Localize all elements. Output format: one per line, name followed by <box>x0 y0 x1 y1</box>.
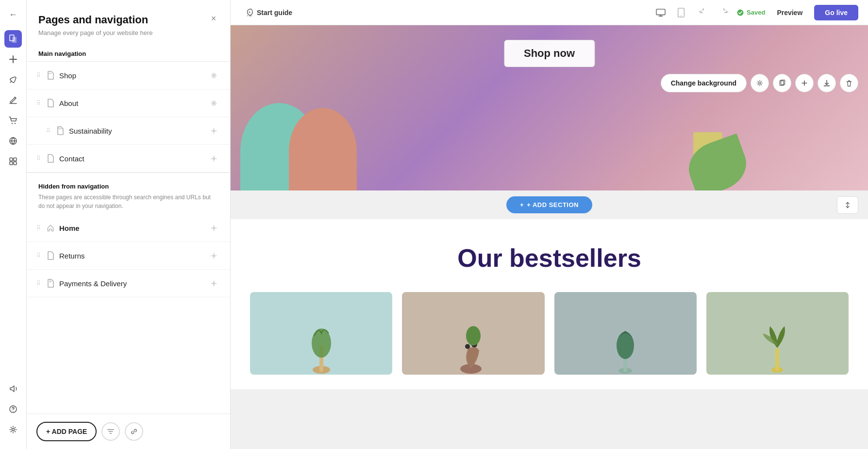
main-nav-label: Main navigation <box>27 44 230 61</box>
settings-button[interactable] <box>4 421 22 438</box>
go-live-button[interactable]: Go live <box>814 5 858 20</box>
icon-bar: ← <box>0 0 27 449</box>
product-card-4[interactable] <box>706 292 849 375</box>
panel-header: Pages and navigation Manage every page o… <box>27 0 230 44</box>
drag-handle-about[interactable]: ⠿ <box>36 100 41 106</box>
pages-nav-button[interactable] <box>4 30 22 48</box>
plant-svg-3 <box>606 307 645 375</box>
add-section-plus: + <box>520 201 524 208</box>
add-circle-button[interactable] <box>795 74 814 92</box>
nav-item-home[interactable]: ⠿ Home <box>27 214 230 242</box>
download-circle-icon <box>823 79 831 87</box>
nav-item-about[interactable]: ⠿ About <box>27 89 230 117</box>
product-image-2 <box>402 292 544 375</box>
bestsellers-title: Our bestsellers <box>250 243 849 273</box>
product-card-2[interactable] <box>402 292 544 375</box>
nav-gear-payments[interactable] <box>207 276 220 290</box>
product-card-3[interactable] <box>554 292 697 375</box>
delete-circle-button[interactable] <box>840 74 858 92</box>
gear-icon-payments <box>210 280 217 287</box>
svg-point-29 <box>249 11 250 13</box>
duplicate-circle-button[interactable] <box>773 74 791 92</box>
nav-gear-contact[interactable] <box>207 152 220 165</box>
product-card-1[interactable] <box>250 292 392 375</box>
nav-item-returns[interactable]: ⠿ Returns <box>27 242 230 270</box>
nav-gear-shop[interactable] <box>207 69 220 82</box>
add-section-label: + ADD SECTION <box>527 201 579 208</box>
edit-button[interactable] <box>4 91 22 109</box>
svg-rect-1 <box>12 37 17 43</box>
add-section-button[interactable]: + + ADD SECTION <box>506 196 592 213</box>
delete-circle-icon <box>845 79 853 87</box>
section-arrows[interactable] <box>837 196 858 214</box>
add-section-bar: + + ADD SECTION <box>231 190 868 219</box>
svg-point-34 <box>681 15 682 16</box>
nav-item-payments[interactable]: ⠿ Payments & Delivery <box>27 270 230 297</box>
drag-handle-payments[interactable]: ⠿ <box>36 280 41 287</box>
shop-now-label: Shop now <box>524 47 575 59</box>
drag-handle-contact[interactable]: ⠿ <box>36 155 41 162</box>
gear-icon-contact <box>210 155 217 162</box>
nav-item-contact[interactable]: ⠿ Contact <box>27 145 230 173</box>
nav-item-shop[interactable]: ⠿ Shop <box>27 62 230 89</box>
settings-circle-icon <box>756 79 764 87</box>
svg-point-20 <box>213 157 215 159</box>
nav-gear-home[interactable] <box>207 221 220 235</box>
nav-gear-returns[interactable] <box>207 249 220 262</box>
cart-icon <box>8 116 18 125</box>
duplicate-circle-icon <box>778 79 786 87</box>
shop-now-button[interactable]: Shop now <box>504 40 595 67</box>
add-page-button[interactable]: + ADD PAGE <box>36 422 97 441</box>
panel-close-button[interactable]: × <box>207 12 220 25</box>
plant-svg-2 <box>454 307 493 375</box>
help-button[interactable] <box>4 400 22 418</box>
page-icon-shop <box>47 71 54 80</box>
megaphone-button[interactable] <box>4 380 22 397</box>
back-button[interactable]: ← <box>4 6 22 23</box>
drag-handle-sustainability[interactable]: ⠿ <box>46 127 50 134</box>
nav-item-sustainability-label: Sustainability <box>69 127 202 135</box>
brush-button[interactable] <box>4 71 22 88</box>
gear-icon-about <box>210 100 217 107</box>
svg-point-49 <box>465 344 470 349</box>
settings-icon <box>8 425 18 434</box>
nav-gear-sustainability[interactable] <box>207 124 220 138</box>
drag-handle-shop[interactable]: ⠿ <box>36 72 41 79</box>
undo-button[interactable] <box>696 5 711 20</box>
translate-button[interactable] <box>4 132 22 150</box>
desktop-button[interactable] <box>652 4 669 21</box>
app-button[interactable] <box>4 153 22 170</box>
help-icon <box>8 404 18 414</box>
download-circle-button[interactable] <box>818 74 836 92</box>
link-button[interactable] <box>125 422 143 441</box>
svg-point-22 <box>213 255 215 257</box>
translate-icon <box>8 136 18 146</box>
drag-handle-returns[interactable]: ⠿ <box>36 252 41 259</box>
svg-point-5 <box>12 123 13 124</box>
cart-button[interactable] <box>4 112 22 129</box>
check-icon <box>736 9 744 17</box>
start-guide-button[interactable]: Start guide <box>240 5 297 20</box>
hero-shape-leaf <box>682 133 753 190</box>
add-circle-icon <box>801 79 808 87</box>
change-bg-button[interactable]: Change background <box>661 74 747 92</box>
change-bg-toolbar: Change background <box>661 74 858 92</box>
settings-circle-button[interactable] <box>751 74 769 92</box>
svg-rect-30 <box>656 9 665 15</box>
preview-button[interactable]: Preview <box>770 6 809 19</box>
svg-point-36 <box>759 82 761 84</box>
add-button[interactable] <box>4 51 22 68</box>
page-icon-about <box>47 99 54 107</box>
svg-point-17 <box>213 74 215 76</box>
nav-item-sustainability[interactable]: ⠿ Sustainability <box>27 117 230 145</box>
filter-list-button[interactable] <box>101 422 120 441</box>
svg-point-50 <box>466 326 481 345</box>
redo-button[interactable] <box>716 5 732 20</box>
plant-svg-4 <box>758 307 797 375</box>
tablet-button[interactable] <box>672 4 690 21</box>
main-area: Start guide <box>231 0 868 449</box>
pages-icon <box>8 34 18 44</box>
nav-gear-about[interactable] <box>207 96 220 110</box>
hero-section: Shop now Change background <box>231 25 868 190</box>
drag-handle-home[interactable]: ⠿ <box>36 224 41 231</box>
